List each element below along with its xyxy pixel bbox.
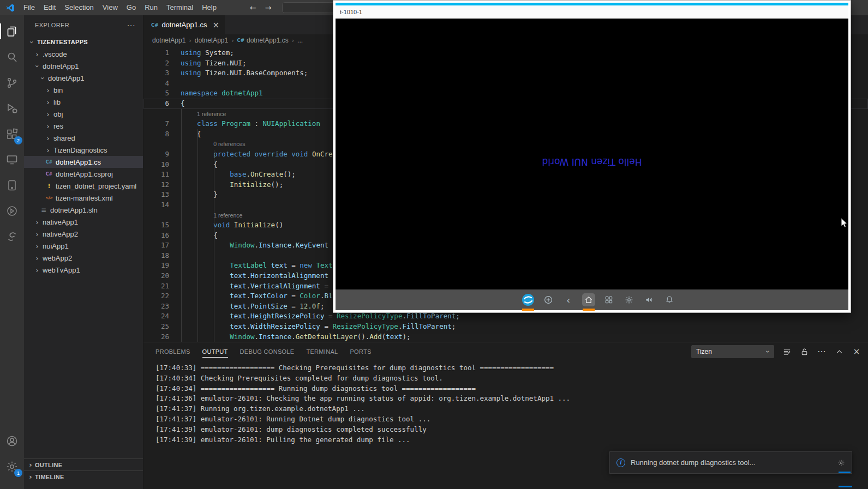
tree-item-shared[interactable]: ›shared bbox=[24, 132, 143, 144]
notification-settings-gear-icon[interactable] bbox=[837, 459, 845, 467]
line-number: 25 bbox=[143, 322, 181, 332]
breadcrumb-item[interactable]: ... bbox=[297, 37, 303, 44]
home-icon[interactable] bbox=[582, 293, 595, 306]
tree-item-tizendiagnostics[interactable]: ›TizenDiagnostics bbox=[24, 144, 143, 156]
zoom-plus-icon[interactable] bbox=[542, 293, 555, 306]
tree-item-nativeapp1[interactable]: ›nativeApp1 bbox=[24, 216, 143, 228]
chevron-right-icon: › bbox=[33, 254, 41, 262]
tree-item-webapp2[interactable]: ›webApp2 bbox=[24, 252, 143, 264]
tree-item-tizen-dotnet-project-yaml[interactable]: !tizen_dotnet_project.yaml bbox=[24, 180, 143, 192]
source-control-icon[interactable] bbox=[0, 70, 24, 95]
line-number: 22 bbox=[143, 291, 181, 301]
emulator-settings-gear-icon[interactable] bbox=[622, 293, 636, 306]
tree-item-label: obj bbox=[53, 110, 63, 118]
explorer-icon[interactable] bbox=[0, 19, 24, 44]
section-timeline[interactable]: ›TIMELINE bbox=[24, 470, 143, 482]
codelens-label[interactable]: 1 reference bbox=[213, 210, 242, 221]
lock-scroll-icon[interactable] bbox=[799, 347, 809, 357]
panel-tab-terminal[interactable]: TERMINAL bbox=[306, 342, 338, 361]
panel-header: PROBLEMSOUTPUTDEBUG CONSOLETERMINALPORTS… bbox=[143, 342, 868, 361]
tizen-extension-icon[interactable] bbox=[0, 224, 24, 249]
menu-edit[interactable]: Edit bbox=[39, 0, 60, 15]
indent-guide bbox=[181, 109, 182, 342]
notification-toast[interactable]: i Running dotnet dump diagnostics tool..… bbox=[609, 451, 852, 474]
tizen-emulator-manager-icon[interactable] bbox=[0, 198, 24, 224]
search-icon[interactable] bbox=[0, 44, 24, 70]
tree-item-dotnetapp1[interactable]: ›dotnetApp1 bbox=[24, 60, 143, 72]
run-debug-icon[interactable] bbox=[0, 95, 24, 121]
tree-item-obj[interactable]: ›obj bbox=[24, 108, 143, 120]
tree-item-webtvapp1[interactable]: ›webTvApp1 bbox=[24, 264, 143, 276]
breadcrumb-item[interactable]: dotnetApp1 bbox=[195, 37, 228, 44]
accounts-icon[interactable] bbox=[0, 428, 24, 454]
nav-forward-icon[interactable]: → bbox=[265, 3, 272, 12]
tree-item-res[interactable]: ›res bbox=[24, 120, 143, 132]
menu-go[interactable]: Go bbox=[122, 0, 140, 15]
tree-item--vscode[interactable]: ›.vscode bbox=[24, 48, 143, 60]
menu-view[interactable]: View bbox=[98, 0, 122, 15]
tree-item-dotnetapp1-csproj[interactable]: C#dotnetApp1.csproj bbox=[24, 168, 143, 180]
chevron-right-icon: › bbox=[44, 146, 52, 154]
tizen-emulator-window[interactable]: t-1010-1 Hello Tizen NUI World ‹ bbox=[333, 0, 851, 313]
tab-close-icon[interactable]: × bbox=[213, 20, 220, 30]
tizen-logo-icon[interactable] bbox=[522, 293, 535, 306]
emulator-titlebar[interactable]: t-1010-1 bbox=[336, 5, 848, 19]
back-icon[interactable]: ‹ bbox=[562, 293, 575, 306]
breadcrumb-separator-icon: › bbox=[189, 37, 191, 44]
tree-item-lib[interactable]: ›lib bbox=[24, 96, 143, 108]
menu-terminal[interactable]: Terminal bbox=[162, 0, 197, 15]
chevron-right-icon: › bbox=[33, 50, 41, 58]
remote-explorer-icon[interactable] bbox=[0, 147, 24, 172]
codelens-label[interactable]: 0 references bbox=[213, 139, 245, 149]
tree-item-bin[interactable]: ›bin bbox=[24, 84, 143, 96]
menu-file[interactable]: File bbox=[19, 0, 39, 15]
nav-back-icon[interactable]: ← bbox=[250, 3, 256, 12]
panel-tab-problems[interactable]: PROBLEMS bbox=[155, 342, 190, 361]
tree-item-dotnetapp1-sln[interactable]: ≡dotnetApp1.sln bbox=[24, 204, 143, 216]
code-text: Window.Instance.GetDefaultLayer().Add(te… bbox=[181, 332, 411, 342]
code-text: { bbox=[181, 99, 185, 109]
breadcrumb-item[interactable]: dotnetApp1 bbox=[152, 37, 185, 44]
tree-item-nuiapp1[interactable]: ›nuiApp1 bbox=[24, 240, 143, 252]
tree-item-label: nativeApp2 bbox=[43, 230, 78, 238]
section-outline[interactable]: ›OUTLINE bbox=[24, 458, 143, 470]
tree-item-nativeapp2[interactable]: ›nativeApp2 bbox=[24, 228, 143, 240]
chevron-down-icon: › bbox=[39, 74, 47, 82]
output-log[interactable]: [17:40:33] ================== Checking P… bbox=[143, 361, 868, 445]
volume-icon[interactable] bbox=[643, 293, 656, 306]
menu-help[interactable]: Help bbox=[197, 0, 221, 15]
tree-item-dotnetapp1[interactable]: ›dotnetApp1 bbox=[24, 72, 143, 84]
output-channel-dropdown[interactable]: Tizen › bbox=[691, 345, 774, 358]
notification-message: Running dotnet dump diagnostics tool... bbox=[631, 458, 755, 467]
emulator-title: t-1010-1 bbox=[340, 9, 362, 15]
panel-tab-ports[interactable]: PORTS bbox=[350, 342, 371, 361]
menu-selection[interactable]: Selection bbox=[60, 0, 98, 15]
codelens-label[interactable]: 1 reference bbox=[197, 109, 226, 119]
csharp-file-icon: C# bbox=[237, 38, 244, 43]
panel-tab-debug-console[interactable]: DEBUG CONSOLE bbox=[240, 342, 295, 361]
panel-tab-output[interactable]: OUTPUT bbox=[202, 342, 228, 361]
output-line: [17:40:33] ================== Checking P… bbox=[155, 363, 868, 373]
chevron-right-icon: › bbox=[26, 473, 35, 481]
tree-item-label: shared bbox=[53, 134, 75, 142]
emulator-screen[interactable]: Hello Tizen NUI World ‹ bbox=[336, 19, 848, 310]
settings-gear-icon[interactable]: 1 bbox=[0, 454, 24, 479]
apps-grid-icon[interactable] bbox=[602, 293, 615, 306]
maximize-panel-icon[interactable] bbox=[834, 347, 844, 357]
close-panel-icon[interactable]: × bbox=[852, 347, 861, 357]
breadcrumb-item[interactable]: C#dotnetApp1.cs bbox=[237, 37, 289, 44]
tab-dotnetapp1cs[interactable]: C# dotnetApp1.cs × bbox=[143, 15, 225, 34]
panel-more-actions-icon[interactable]: ··· bbox=[817, 347, 827, 357]
settings-badge: 1 bbox=[14, 469, 22, 477]
tree-item-tizentestapps[interactable]: ›TIZENTESTAPPS bbox=[24, 36, 143, 48]
tree-item-dotnetapp1-cs[interactable]: C#dotnetApp1.cs bbox=[24, 156, 143, 168]
tree-item-tizen-manifest-xml[interactable]: </>tizen-manifest.xml bbox=[24, 192, 143, 204]
line-number: 11 bbox=[143, 170, 181, 180]
tizen-device-manager-icon[interactable] bbox=[0, 172, 24, 198]
cs-file-icon: C# bbox=[45, 160, 53, 165]
extensions-icon[interactable]: 2 bbox=[0, 121, 24, 147]
sidebar-more-actions-icon[interactable]: ··· bbox=[127, 21, 135, 29]
menu-run[interactable]: Run bbox=[140, 0, 162, 15]
clear-output-icon[interactable] bbox=[782, 347, 792, 357]
notifications-bell-icon[interactable] bbox=[663, 293, 676, 306]
